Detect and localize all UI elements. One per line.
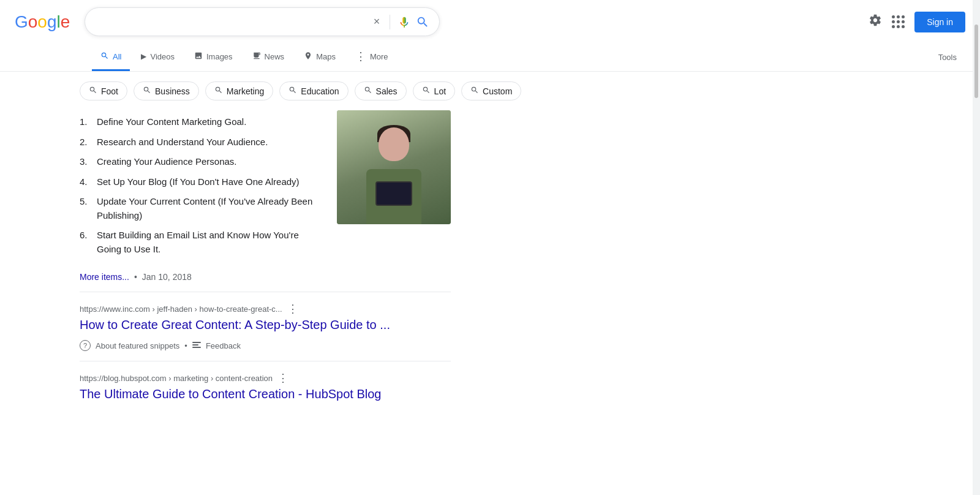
flag-bar-3	[192, 347, 201, 348]
search-divider	[390, 15, 390, 29]
chip-marketing[interactable]: Marketing	[205, 81, 273, 100]
snippet-list: Define Your Content Marketing Goal. Rese…	[80, 110, 322, 267]
tab-videos[interactable]: ▶ Videos	[132, 45, 183, 70]
chip-search-icon-2	[143, 86, 151, 96]
result-2-title[interactable]: The Ultimate Guide to Content Creation -…	[80, 386, 451, 402]
snippet-item-5: Update Your Current Content (If You've A…	[80, 195, 322, 222]
settings-icon[interactable]	[869, 13, 882, 31]
snippet-item-2-text: Research and Understand Your Audience.	[97, 135, 268, 149]
chip-business[interactable]: Business	[134, 81, 199, 100]
tab-more-label: More	[370, 52, 388, 61]
feedback-about-label: About featured snippets	[96, 341, 179, 350]
tab-maps-label: Maps	[316, 52, 336, 61]
tab-more[interactable]: ⋮ More	[347, 43, 397, 71]
snippet-date: Jan 10, 2018	[142, 272, 192, 282]
chip-education[interactable]: Education	[279, 81, 348, 100]
chip-sales-label: Sales	[376, 86, 398, 96]
tab-news-label: News	[265, 52, 285, 61]
images-icon	[194, 51, 203, 62]
snippet-image	[337, 110, 451, 224]
mic-icon[interactable]	[398, 15, 411, 29]
google-logo: Google	[15, 12, 70, 32]
chip-lot-label: Lot	[434, 86, 446, 96]
result-1-title[interactable]: How to Create Great Content: A Step-by-S…	[80, 317, 451, 333]
clear-icon[interactable]: ×	[371, 13, 383, 31]
more-items-row: More items... • Jan 10, 2018	[80, 272, 322, 282]
all-icon	[100, 51, 109, 62]
tab-all-label: All	[113, 52, 121, 61]
nav-tabs: All ▶ Videos Images News Maps ⋮ More Too…	[0, 43, 980, 72]
result-2-more-button[interactable]: ⋮	[277, 371, 288, 385]
result-1-url: https://www.inc.com › jeff-haden › how-t…	[80, 304, 282, 314]
tab-news[interactable]: News	[244, 44, 293, 71]
chip-custom-label: Custom	[483, 86, 512, 96]
chip-search-icon	[89, 86, 97, 96]
news-icon	[252, 51, 261, 62]
result-2-url: https://blog.hubspot.com › marketing › c…	[80, 374, 273, 383]
header: Google how to create content ×	[0, 0, 980, 43]
person-head	[379, 127, 409, 161]
result-2-url-row: https://blog.hubspot.com › marketing › c…	[80, 371, 451, 385]
feedback-label[interactable]: Feedback	[206, 341, 241, 350]
flag-bar-1	[192, 342, 201, 343]
tab-maps[interactable]: Maps	[295, 44, 344, 71]
chip-lot[interactable]: Lot	[413, 81, 455, 100]
chip-search-icon-6	[422, 86, 431, 96]
chip-search-icon-7	[470, 86, 479, 96]
chip-search-icon-3	[214, 86, 223, 96]
feedback-dot-separator: •	[184, 341, 187, 350]
snippet-item-4-text: Set Up Your Blog (If You Don't Have One …	[97, 175, 300, 189]
sign-in-button[interactable]: Sign in	[914, 12, 965, 32]
featured-snippet: Define Your Content Marketing Goal. Rese…	[80, 110, 451, 282]
feedback-flag-icon[interactable]	[192, 342, 201, 349]
tab-images[interactable]: Images	[186, 44, 241, 71]
tab-all[interactable]: All	[92, 44, 130, 71]
scrollbar-thumb[interactable]	[974, 25, 978, 98]
chip-foot[interactable]: Foot	[80, 81, 127, 100]
tab-images-label: Images	[206, 52, 233, 61]
person-body	[366, 169, 421, 224]
more-items-link[interactable]: More items...	[80, 272, 129, 282]
tab-videos-label: Videos	[150, 52, 175, 61]
feedback-help-icon[interactable]: ?	[80, 340, 91, 351]
chips-row: Foot Business Marketing Education Sales …	[0, 72, 980, 105]
more-icon: ⋮	[355, 51, 366, 62]
results-area: Define Your Content Marketing Goal. Rese…	[0, 105, 466, 419]
videos-icon: ▶	[141, 52, 146, 61]
chip-business-label: Business	[155, 86, 190, 96]
scrollbar[interactable]	[973, 0, 980, 419]
feedback-row: ? About featured snippets • Feedback	[80, 340, 451, 351]
search-input[interactable]: how to create content	[95, 17, 366, 28]
snippet-item-6-text: Start Building an Email List and Know Ho…	[97, 229, 322, 256]
snippet-list-area: Define Your Content Marketing Goal. Rese…	[80, 110, 322, 282]
result-divider-2	[80, 361, 451, 361]
chip-education-label: Education	[301, 86, 339, 96]
snippet-item-2: Research and Understand Your Audience.	[80, 135, 322, 149]
snippet-dot: •	[134, 272, 137, 282]
chip-sales[interactable]: Sales	[355, 81, 407, 100]
chip-search-icon-5	[364, 86, 372, 96]
result-divider-1	[80, 292, 451, 292]
header-right: Sign in	[869, 12, 965, 32]
chip-custom[interactable]: Custom	[461, 81, 521, 100]
chip-search-icon-4	[288, 86, 297, 96]
flag-bar-2	[192, 344, 198, 346]
chip-marketing-label: Marketing	[227, 86, 264, 96]
chip-foot-label: Foot	[101, 86, 118, 96]
snippet-item-6: Start Building an Email List and Know Ho…	[80, 229, 322, 256]
tools-button[interactable]: Tools	[930, 45, 965, 69]
snippet-item-3-text: Creating Your Audience Personas.	[97, 155, 237, 169]
snippet-item-1: Define Your Content Marketing Goal.	[80, 115, 322, 129]
snippet-item-1-text: Define Your Content Marketing Goal.	[97, 115, 246, 129]
person-figure	[337, 110, 451, 224]
search-button[interactable]	[416, 15, 429, 29]
snippet-item-5-text: Update Your Current Content (If You've A…	[97, 195, 322, 222]
snippet-item-3: Creating Your Audience Personas.	[80, 155, 322, 169]
snippet-item-4: Set Up Your Blog (If You Don't Have One …	[80, 175, 322, 189]
result-1-url-row: https://www.inc.com › jeff-haden › how-t…	[80, 302, 451, 316]
result-1-more-button[interactable]: ⋮	[287, 302, 298, 316]
person-tablet	[375, 181, 412, 206]
maps-icon	[304, 51, 312, 62]
search-box: how to create content ×	[85, 7, 440, 36]
apps-icon[interactable]	[889, 13, 907, 31]
